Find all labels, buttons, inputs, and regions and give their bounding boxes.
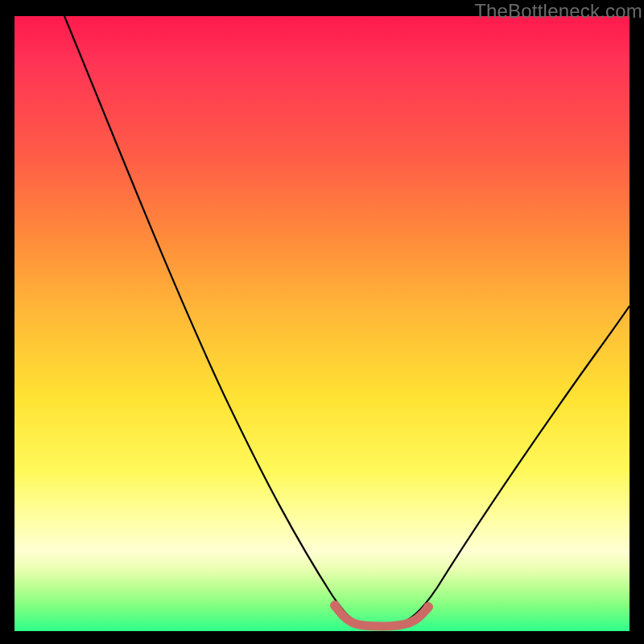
bottleneck-curve [64,16,630,625]
optimal-band-dot-right [423,602,433,612]
chart-frame [14,16,630,631]
chart-svg [14,16,630,631]
watermark-text: TheBottleneck.com [474,0,642,23]
optimal-band-curve [335,605,428,626]
optimal-band-dot-left [330,601,340,610]
